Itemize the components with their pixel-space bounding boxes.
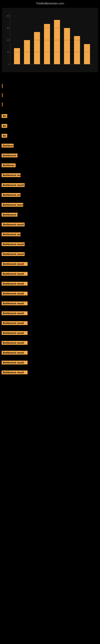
bottleneck-result-label-5: Bottleneck r bbox=[1, 154, 18, 158]
fake-input-1[interactable] bbox=[2, 84, 42, 88]
bottleneck-result-label-27: Bottleneck result bbox=[1, 370, 28, 374]
bottleneck-result-label-21: Bottleneck result bbox=[1, 311, 28, 315]
bottleneck-result-label-15: Bottleneck result bbox=[1, 252, 25, 256]
bottleneck-result-label-12: Bottleneck result bbox=[1, 222, 25, 226]
result-row-13: Bottleneck res bbox=[0, 232, 100, 240]
svg-rect-6 bbox=[44, 24, 50, 64]
svg-text:20: 20 bbox=[7, 51, 9, 53]
bottleneck-result-label-6: Bottlenec bbox=[1, 164, 16, 167]
result-row-9: Bottleneck res bbox=[0, 193, 100, 200]
svg-rect-8 bbox=[64, 28, 70, 64]
svg-rect-5 bbox=[34, 32, 40, 64]
bottleneck-result-label-14: Bottleneck result bbox=[1, 242, 25, 246]
result-row-11: Bottleneck r bbox=[0, 213, 100, 220]
result-row-22: Bottleneck result bbox=[0, 321, 100, 328]
svg-text:40: 40 bbox=[7, 39, 9, 41]
svg-text:80: 80 bbox=[7, 15, 9, 17]
bottleneck-result-label-20: Bottleneck result bbox=[1, 302, 28, 305]
result-row-10: Bottleneck resul bbox=[0, 203, 100, 210]
fake-input-2[interactable] bbox=[2, 93, 18, 97]
bottleneck-result-label-13: Bottleneck res bbox=[1, 232, 21, 236]
bottleneck-result-label-7: Bottleneck res bbox=[1, 173, 21, 177]
bottleneck-result-label-1: Bo bbox=[1, 114, 7, 118]
result-row-7: Bottleneck res bbox=[0, 173, 100, 180]
result-row-23: Bottleneck result bbox=[0, 331, 100, 338]
bottleneck-result-label-18: Bottleneck result bbox=[1, 282, 28, 286]
bottleneck-result-label-22: Bottleneck result bbox=[1, 321, 28, 325]
svg-rect-10 bbox=[84, 44, 90, 64]
bottleneck-result-label-2: Bo bbox=[1, 124, 7, 128]
result-row-17: Bottleneck result bbox=[0, 272, 100, 279]
result-row-24: Bottleneck result bbox=[0, 341, 100, 348]
bottleneck-result-label-23: Bottleneck result bbox=[1, 331, 28, 335]
input-row-1 bbox=[2, 84, 98, 88]
bottleneck-result-label-16: Bottleneck result bbox=[1, 262, 28, 266]
results-section: BoBoBoBottleneBottleneck rBottlenecBottl… bbox=[0, 112, 100, 382]
result-row-8: Bottleneck result bbox=[0, 183, 100, 190]
bottleneck-result-label-24: Bottleneck result bbox=[1, 341, 28, 345]
result-row-1: Bo bbox=[0, 114, 100, 121]
bottleneck-result-label-11: Bottleneck r bbox=[1, 213, 18, 216]
fake-input-3[interactable] bbox=[2, 102, 6, 106]
bottleneck-result-label-9: Bottleneck res bbox=[1, 193, 21, 197]
result-row-3: Bo bbox=[0, 134, 100, 141]
result-row-12: Bottleneck result bbox=[0, 222, 100, 230]
chart-area: 0 20 40 60 80 bbox=[2, 8, 98, 72]
result-row-4: Bottlene bbox=[0, 144, 100, 151]
result-row-18: Bottleneck result bbox=[0, 282, 100, 289]
svg-rect-3 bbox=[14, 48, 20, 64]
input-row-2 bbox=[2, 93, 98, 97]
svg-text:60: 60 bbox=[7, 27, 9, 29]
result-row-19: Bottleneck result bbox=[0, 292, 100, 299]
bottleneck-result-label-3: Bo bbox=[1, 134, 7, 138]
result-row-20: Bottleneck result bbox=[0, 302, 100, 308]
site-title: TheBottlenecker.com bbox=[0, 0, 100, 6]
bottleneck-result-label-25: Bottleneck result bbox=[1, 351, 28, 354]
result-row-16: Bottleneck result bbox=[0, 262, 100, 269]
result-row-27: Bottleneck result bbox=[0, 370, 100, 378]
bottleneck-result-label-8: Bottleneck result bbox=[1, 183, 25, 187]
result-row-2: Bo bbox=[0, 124, 100, 131]
svg-rect-9 bbox=[74, 36, 80, 64]
bottleneck-result-label-17: Bottleneck result bbox=[1, 272, 28, 276]
bottleneck-result-label-10: Bottleneck resul bbox=[1, 203, 23, 207]
svg-rect-7 bbox=[54, 20, 60, 64]
result-row-15: Bottleneck result bbox=[0, 252, 100, 259]
svg-text:0: 0 bbox=[8, 63, 9, 65]
result-row-6: Bottlenec bbox=[0, 164, 100, 170]
result-row-21: Bottleneck result bbox=[0, 311, 100, 318]
result-row-25: Bottleneck result bbox=[0, 351, 100, 358]
bottleneck-result-label-19: Bottleneck result bbox=[1, 292, 28, 296]
bottleneck-result-label-4: Bottlene bbox=[1, 144, 14, 148]
bottleneck-result-label-26: Bottleneck result bbox=[1, 361, 28, 364]
result-row-14: Bottleneck result bbox=[0, 242, 100, 249]
input-row-3 bbox=[2, 102, 98, 106]
result-row-26: Bottleneck result bbox=[0, 361, 100, 368]
result-row-5: Bottleneck r bbox=[0, 154, 100, 160]
